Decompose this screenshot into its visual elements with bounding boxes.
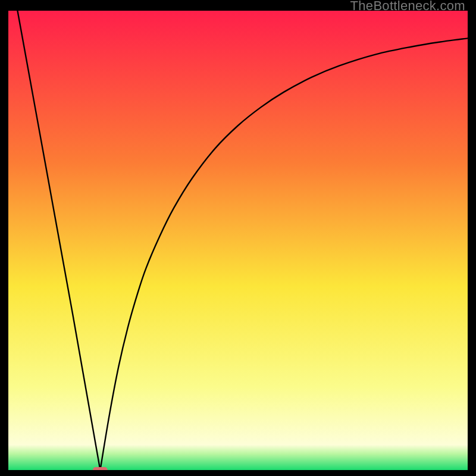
watermark-text: TheBottleneck.com bbox=[350, 0, 465, 14]
minimum-marker bbox=[93, 467, 108, 470]
chart-svg bbox=[8, 11, 468, 470]
chart-background bbox=[8, 11, 468, 470]
chart-frame bbox=[8, 11, 468, 470]
